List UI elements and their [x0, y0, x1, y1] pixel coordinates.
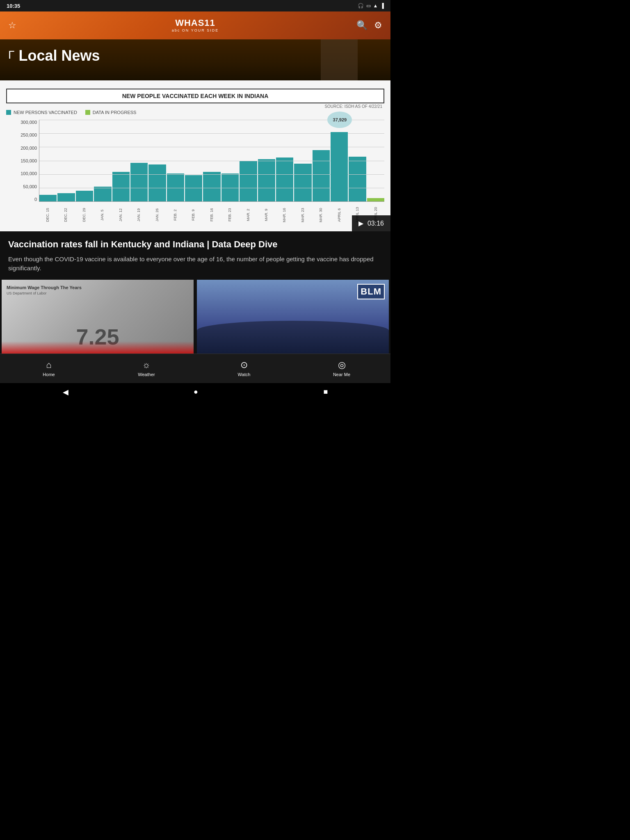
bracket-icon: Γ — [8, 49, 14, 61]
status-time: 10:35 — [7, 3, 20, 9]
nav-item-home[interactable]: ⌂ Home — [0, 360, 98, 377]
bar-13 — [258, 159, 275, 201]
bar-9 — [185, 175, 202, 201]
legend-label-progress: DATA IN PROGRESS — [93, 110, 137, 115]
bar-16 — [313, 150, 330, 201]
bar-10 — [203, 172, 220, 201]
x-axis-labels: DEC. 15 DEC. 22 DEC. 29 JAN. 5 JAN. 12 J… — [39, 203, 384, 227]
legend-label-vaccinated: NEW PERSONS VACCINATED — [14, 110, 77, 115]
y-axis-labels: 300,000 250,000 200,000 150,000 100,000 … — [6, 120, 37, 202]
top-nav: ☆ WHAS11 abc ON YOUR SIDE 🔍 ⚙ — [0, 11, 390, 39]
wifi-icon: ▲ — [373, 3, 378, 9]
android-nav: ◀ ● ■ — [0, 383, 390, 401]
home-button[interactable]: ● — [194, 388, 198, 396]
status-bar: 10:35 🎧 ▭ ▲ ▐ — [0, 0, 390, 11]
app-logo: WHAS11 abc ON YOUR SIDE — [172, 18, 219, 33]
play-icon: ▶ — [358, 219, 363, 227]
watch-label: Watch — [238, 372, 251, 377]
watch-icon: ⊙ — [240, 360, 248, 370]
article-text: Vaccination rates fall in Kentucky and I… — [0, 231, 390, 280]
bar-19 — [367, 198, 384, 201]
chart-legend: NEW PERSONS VACCINATED DATA IN PROGRESS — [6, 110, 384, 115]
headset-icon: 🎧 — [358, 3, 364, 9]
battery-icon: ▭ — [366, 3, 371, 9]
bar-12 — [240, 161, 257, 202]
status-icons: 🎧 ▭ ▲ ▐ — [358, 3, 384, 9]
logo-subtitle: abc ON YOUR SIDE — [172, 29, 219, 33]
home-icon: ⌂ — [46, 360, 51, 370]
recent-button[interactable]: ■ — [323, 388, 328, 396]
settings-icon[interactable]: ⚙ — [374, 20, 382, 31]
article-headline: Vaccination rates fall in Kentucky and I… — [8, 239, 382, 251]
bar-6 — [130, 163, 148, 201]
bar-5 — [112, 172, 130, 201]
chart-article[interactable]: NEW PEOPLE VACCINATED EACH WEEK IN INDIA… — [0, 80, 390, 231]
chart-image: NEW PEOPLE VACCINATED EACH WEEK IN INDIA… — [0, 80, 390, 231]
legend-dot-green — [85, 110, 90, 115]
favorite-icon[interactable]: ☆ — [8, 20, 16, 31]
bar-7 — [148, 164, 166, 201]
card-grid: Minimum Wage Through The Years US Depart… — [0, 280, 390, 354]
duration-text: 03:16 — [368, 220, 384, 227]
home-label: Home — [43, 372, 55, 377]
article-body: Even though the COVID-19 vaccine is avai… — [8, 255, 382, 273]
search-icon[interactable]: 🔍 — [356, 20, 368, 31]
signal-icon: ▐ — [380, 3, 384, 9]
bar-1 — [39, 195, 57, 201]
bar-15 — [294, 164, 311, 201]
bar-14 — [276, 158, 293, 201]
weather-label: Weather — [138, 372, 155, 377]
callout-bubble: 37,929 — [327, 112, 352, 128]
bar-3 — [76, 191, 93, 201]
section-title: Local News — [18, 48, 100, 64]
logo-text: WHAS11 — [175, 18, 215, 28]
card-wage[interactable]: Minimum Wage Through The Years US Depart… — [2, 280, 194, 354]
bar-18 — [349, 157, 366, 201]
near-me-label: Near Me — [333, 372, 350, 377]
bottom-nav: ⌂ Home ☼ Weather ⊙ Watch ◎ Near Me — [0, 354, 390, 383]
legend-dot-teal — [6, 110, 11, 115]
chart-source: SOURCE: ISDH AS OF 4/22/21 — [324, 104, 382, 109]
back-button[interactable]: ◀ — [63, 388, 68, 397]
video-duration[interactable]: ▶ 03:16 — [352, 215, 390, 231]
card-wage-title: Minimum Wage Through The Years US Depart… — [7, 285, 189, 296]
weather-icon: ☼ — [142, 360, 151, 370]
nav-item-weather[interactable]: ☼ Weather — [98, 360, 195, 377]
bar-17: 37,929 — [331, 132, 348, 201]
bar-4 — [94, 187, 111, 201]
near-me-icon: ◎ — [338, 360, 346, 370]
legend-item-progress: DATA IN PROGRESS — [85, 110, 137, 115]
nav-item-watch[interactable]: ⊙ Watch — [195, 360, 293, 377]
bar-2 — [57, 193, 75, 201]
card-blm[interactable]: BLM — [197, 280, 389, 354]
legend-item-vaccinated: NEW PERSONS VACCINATED — [6, 110, 77, 115]
chart-title: NEW PEOPLE VACCINATED EACH WEEK IN INDIA… — [6, 89, 384, 103]
nav-item-near-me[interactable]: ◎ Near Me — [293, 360, 390, 377]
blm-banner: BLM — [357, 284, 385, 299]
nav-actions: 🔍 ⚙ — [356, 20, 382, 31]
hero-section: Γ Local News — [0, 39, 390, 80]
